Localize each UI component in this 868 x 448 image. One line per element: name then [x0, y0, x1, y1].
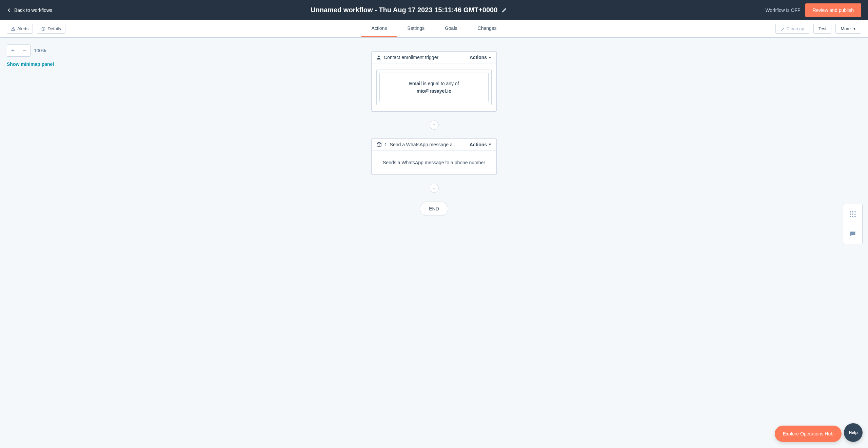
grid-icon — [849, 210, 856, 218]
criteria-group[interactable]: Email is equal to any of mio@rasayel.io — [376, 70, 492, 105]
action-title: 1. Send a WhatsApp message a... — [384, 142, 456, 147]
tab-changes[interactable]: Changes — [468, 20, 507, 37]
alerts-button[interactable]: Alerts — [7, 24, 33, 34]
connector-line — [434, 112, 434, 120]
add-action-button[interactable]: + — [430, 120, 439, 130]
svg-point-2 — [850, 211, 851, 212]
details-label: Details — [47, 26, 61, 31]
svg-point-5 — [850, 213, 851, 215]
subbar-right: Clean up Test More ▼ — [775, 24, 861, 34]
caret-down-icon: ▼ — [488, 143, 492, 146]
pencil-icon[interactable] — [501, 7, 507, 13]
svg-point-9 — [852, 216, 853, 217]
zoom-in-button[interactable]: + — [7, 45, 19, 56]
tab-settings[interactable]: Settings — [397, 20, 435, 37]
connector-line — [434, 193, 434, 202]
grid-view-button[interactable] — [843, 204, 862, 224]
workflow-status: Workflow is OFF — [765, 7, 800, 13]
header-right: Workflow is OFF Review and publish — [765, 3, 861, 17]
svg-point-7 — [854, 213, 856, 215]
review-publish-button[interactable]: Review and publish — [805, 3, 861, 17]
trigger-title: Contact enrollment trigger — [384, 55, 438, 60]
main-tabs: Actions Settings Goals Changes — [361, 20, 507, 37]
sub-toolbar: Alerts Details Actions Settings Goals Ch… — [0, 20, 868, 38]
svg-point-1 — [378, 56, 379, 57]
right-rail — [843, 204, 863, 244]
broom-icon — [781, 27, 785, 31]
criteria-field: Email — [409, 81, 421, 86]
criteria-value: mio@rasayel.io — [416, 88, 451, 94]
action-description: Sends a WhatsApp message to a phone numb… — [376, 157, 492, 168]
svg-point-10 — [854, 216, 856, 217]
trigger-card-body: Email is equal to any of mio@rasayel.io — [372, 63, 496, 111]
alerts-label: Alerts — [17, 26, 28, 31]
connector-line — [434, 130, 434, 138]
criteria-item[interactable]: Email is equal to any of mio@rasayel.io — [379, 73, 489, 102]
action-card-body: Sends a WhatsApp message to a phone numb… — [372, 151, 496, 174]
app-header: Back to workflows Unnamed workflow - Thu… — [0, 0, 868, 20]
trigger-actions-dropdown[interactable]: Actions ▼ — [470, 55, 492, 60]
cleanup-button[interactable]: Clean up — [775, 24, 809, 34]
workflow-flow: Contact enrollment trigger Actions ▼ Ema… — [371, 51, 497, 216]
end-node: END — [420, 202, 448, 216]
zoom-controls: + − 100% — [7, 44, 54, 57]
canvas-controls: + − 100% Show minimap panel — [7, 44, 54, 67]
warning-icon — [11, 27, 15, 31]
back-to-workflows-link[interactable]: Back to workflows — [7, 7, 52, 13]
workflow-title: Unnamed workflow - Thu Aug 17 2023 15:11… — [311, 6, 497, 14]
tab-goals[interactable]: Goals — [435, 20, 468, 37]
zoom-out-button[interactable]: − — [19, 45, 30, 56]
workflow-canvas[interactable]: + − 100% Show minimap panel Contact enro… — [0, 38, 868, 448]
zoom-level: 100% — [34, 48, 46, 53]
caret-down-icon: ▼ — [853, 27, 856, 31]
test-button[interactable]: Test — [813, 24, 832, 34]
back-label: Back to workflows — [14, 7, 52, 13]
chevron-left-icon — [7, 8, 12, 13]
explore-ops-hub-button[interactable]: Explore Operations Hub — [775, 426, 842, 442]
tab-actions[interactable]: Actions — [361, 20, 397, 37]
zoom-button-group: + − — [7, 44, 31, 57]
svg-point-4 — [854, 211, 856, 212]
cleanup-label: Clean up — [787, 26, 804, 31]
comments-button[interactable] — [843, 224, 862, 244]
info-icon — [41, 27, 45, 31]
more-label: More — [841, 26, 851, 31]
connector-line — [434, 175, 434, 184]
header-center: Unnamed workflow - Thu Aug 17 2023 15:11… — [311, 6, 507, 14]
more-button[interactable]: More ▼ — [835, 24, 861, 34]
help-button[interactable]: Help — [844, 423, 863, 442]
subbar-left: Alerts Details — [7, 24, 65, 34]
details-button[interactable]: Details — [37, 24, 65, 34]
trigger-actions-label: Actions — [470, 55, 487, 60]
enrollment-trigger-card[interactable]: Contact enrollment trigger Actions ▼ Ema… — [371, 51, 497, 112]
action-card-header: 1. Send a WhatsApp message a... Actions … — [372, 139, 496, 151]
add-action-button[interactable]: + — [430, 184, 439, 193]
criteria-operator: is equal to any of — [422, 81, 459, 86]
caret-down-icon: ▼ — [488, 56, 492, 59]
action-actions-dropdown[interactable]: Actions ▼ — [470, 142, 492, 147]
chat-icon — [849, 231, 856, 238]
contact-icon — [376, 55, 381, 60]
svg-point-3 — [852, 211, 853, 212]
svg-point-8 — [850, 216, 851, 217]
action-card-1[interactable]: 1. Send a WhatsApp message a... Actions … — [371, 138, 497, 175]
svg-point-6 — [852, 213, 853, 215]
trigger-card-header: Contact enrollment trigger Actions ▼ — [372, 52, 496, 63]
action-actions-label: Actions — [470, 142, 487, 147]
cube-icon — [376, 142, 382, 147]
show-minimap-link[interactable]: Show minimap panel — [7, 61, 54, 67]
